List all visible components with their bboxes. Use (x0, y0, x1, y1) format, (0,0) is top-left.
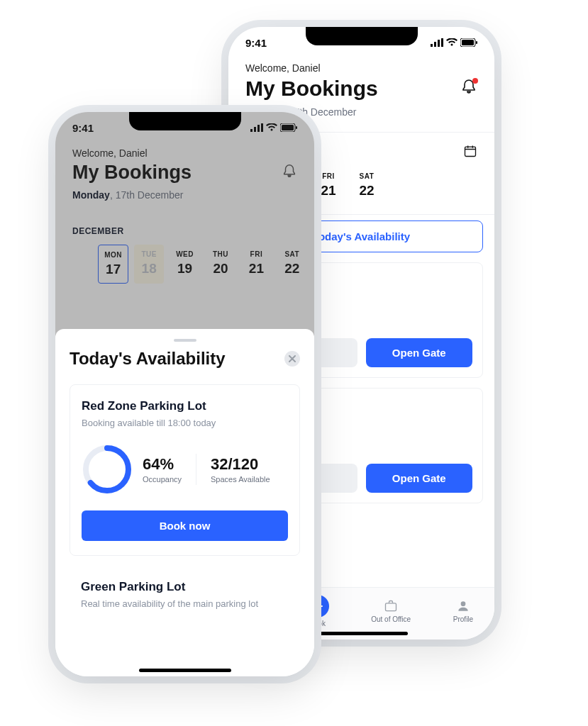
divider (196, 454, 196, 485)
spaces-count: 32/120 (211, 455, 270, 474)
status-time: 9:41 (245, 37, 267, 49)
svg-point-13 (461, 601, 466, 606)
svg-rect-2 (438, 40, 440, 47)
wifi-icon (446, 38, 457, 47)
drag-handle[interactable] (174, 339, 196, 342)
open-gate-button[interactable]: Open Gate (366, 464, 473, 493)
svg-rect-6 (476, 41, 477, 44)
green-lot: Green Parking Lot Real time availability… (70, 569, 300, 609)
signal-icon (431, 38, 443, 47)
nav-profile[interactable]: Profile (453, 599, 473, 623)
book-now-button[interactable]: Book now (82, 510, 288, 541)
day-number: 22 (359, 183, 374, 199)
day-of-week: FRI (322, 172, 335, 180)
availability-sheet: Today's Availability Red Zone Parking Lo… (55, 329, 314, 676)
open-gate-button[interactable]: Open Gate (366, 338, 473, 367)
calendar-day[interactable]: FRI21 (312, 167, 345, 204)
page-title: My Bookings (245, 77, 378, 101)
welcome-text: Welcome, Daniel (245, 62, 477, 74)
notification-dot (472, 78, 478, 84)
sheet-title: Today's Availability (70, 349, 226, 369)
briefcase-icon (384, 599, 398, 613)
close-button[interactable] (284, 351, 300, 367)
person-icon (456, 599, 470, 613)
red-zone-lot: Red Zone Parking Lot Booking available t… (70, 384, 300, 556)
notch (306, 27, 418, 45)
modal-dimmer[interactable] (55, 112, 314, 339)
close-icon (289, 355, 296, 362)
home-indicator (316, 632, 408, 635)
nav-out-of-office[interactable]: Out of Office (371, 599, 411, 623)
svg-rect-3 (441, 38, 443, 47)
lot-title: Green Parking Lot (81, 580, 289, 594)
calendar-day[interactable]: SAT22 (350, 167, 383, 204)
nav-label: Profile (453, 615, 473, 623)
calendar-icon[interactable] (463, 144, 477, 158)
svg-rect-5 (462, 40, 474, 45)
occupancy-ring (82, 444, 133, 495)
phone-front: 9:41 Welcome, Daniel My Bookings Monday,… (55, 112, 314, 676)
svg-rect-1 (434, 42, 436, 47)
occupancy-pct: 64% (143, 455, 182, 474)
svg-rect-12 (386, 603, 396, 610)
nav-label: Out of Office (371, 615, 411, 623)
notification-bell[interactable] (460, 79, 477, 99)
status-icons (431, 38, 477, 47)
svg-rect-7 (465, 147, 476, 156)
spaces-label: Spaces Available (211, 475, 270, 484)
battery-icon (460, 38, 477, 47)
svg-rect-0 (431, 44, 433, 47)
lot-subtitle: Real time availability of the main parki… (81, 598, 289, 609)
home-indicator (139, 669, 231, 672)
lot-subtitle: Booking available till 18:00 today (82, 418, 288, 428)
notch (129, 112, 241, 130)
occupancy-label: Occupancy (143, 475, 182, 484)
lot-title: Red Zone Parking Lot (82, 399, 288, 413)
day-number: 21 (321, 183, 335, 199)
day-of-week: SAT (360, 172, 375, 180)
